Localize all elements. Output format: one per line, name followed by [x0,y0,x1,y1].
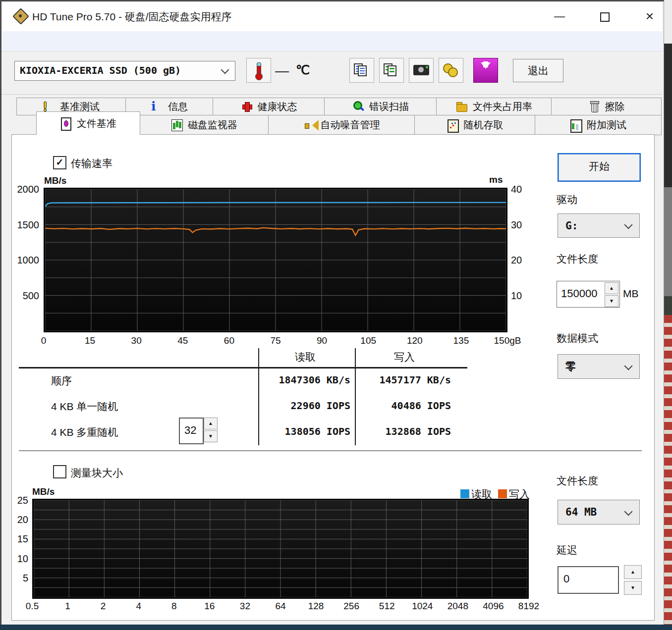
background-window-sliver [664,44,672,187]
x-tick-label: 105 [360,335,376,346]
queue-spin-up-button[interactable]: ▲ [204,418,218,429]
4k-multi-read-value: 138056 IOPS [259,425,350,437]
x-tick-label: 0.5 [26,601,39,612]
row-sequential-label: 顺序 [51,374,72,388]
x-tick-label: 16 [204,601,215,612]
speaker-icon [304,119,316,132]
tab-random-access[interactable]: 随机存取 [414,115,536,135]
row-4k-single-label: 4 KB 单一随机 [51,400,118,414]
file-length-unit: MB [623,288,639,300]
x-tick-label: 30 [131,335,142,346]
background-window-sliver [664,187,672,296]
y-tick-label: 30 [511,219,522,230]
tab-auto-noise[interactable]: 自动噪音管理 [268,115,415,135]
copy-text-button[interactable] [349,58,374,83]
chart2-y-axis: 252015105 [5,500,28,597]
y-tick-label: 25 [17,495,28,506]
x-tick-label: 1 [65,601,70,612]
app-window: HD Tune Pro 5.70 - 硬盘/固态硬盘实用程序 — × 文件(F)… [0,0,664,626]
block-size-chart [32,499,529,599]
x-tick-label: 15 [85,335,95,346]
queue-spin-down-button[interactable]: ▼ [204,430,218,442]
table-header-rule [19,367,467,368]
tab-health[interactable]: 健康状态 [213,98,325,115]
title-bar: HD Tune Pro 5.70 - 硬盘/固态硬盘实用程序 — × [1,1,662,31]
block-size-checkbox[interactable] [53,465,66,478]
x-tick-label: 135 [453,335,469,346]
screenshot-button[interactable] [409,58,434,83]
y-tick-label: 500 [23,290,39,301]
folder-icon [456,100,468,113]
drive-select[interactable]: KIOXIA-EXCERIA SSD (500 gB) [14,61,235,81]
scatter-icon [447,119,459,132]
x-tick-label: 60 [224,335,234,346]
delay-input[interactable]: 0 [558,566,619,594]
queue-depth-input[interactable]: 32 [179,418,204,444]
y-tick-label: 1500 [17,219,40,230]
x-tick-label: 8192 [518,601,539,612]
background-window-sliver [664,315,672,625]
chart1-y-axis: 200015001000500 [8,189,39,331]
tab-disk-monitor[interactable]: 磁盘监视器 [139,115,269,135]
window-title: HD Tune Pro 5.70 - 硬盘/固态硬盘实用程序 [32,10,232,24]
x-tick-label: 512 [379,601,395,612]
copy-image-button[interactable] [379,58,404,83]
delay-spin-down-button[interactable]: ▼ [624,581,642,595]
y-tick-label: 15 [17,533,28,545]
chart1-y2-axis: 40302010 [511,189,536,331]
tab-error-scan[interactable]: 错误扫描 [324,98,437,115]
4k-single-write-value: 40486 IOPS [356,400,451,412]
row-4k-multi-label: 4 KB 多重随机 [51,425,118,439]
menu-bar: 文件(F) 帮助(H) [1,31,662,52]
spin-down-button[interactable]: ▼ [605,295,618,307]
delay-label: 延迟 [557,543,577,557]
info-icon: i [151,100,163,113]
spin-up-button[interactable]: ▲ [605,282,618,294]
x-tick-label: 64 [275,601,285,612]
exit-button[interactable]: 退出 [513,59,563,82]
camera-icon [413,65,429,75]
y-tick-label: 1000 [17,255,40,266]
close-button[interactable]: × [639,7,661,25]
transfer-rate-chart [44,188,507,332]
start-button[interactable]: 开始 [558,153,641,182]
magnifier-icon [352,100,364,113]
tab-erase[interactable]: 擦除 [551,98,662,115]
options-button[interactable] [439,58,463,83]
update-button[interactable] [473,58,498,83]
y-tick-label: 10 [511,290,522,301]
temperature-button[interactable] [246,58,271,83]
tab-folder-usage[interactable]: 文件夹占用率 [436,98,552,115]
background-window-sliver [664,296,672,315]
bottom-edge-strip [0,625,672,630]
temperature-value: — [275,63,289,79]
celsius-unit: ℃ [296,63,310,77]
chevron-down-icon [624,508,633,516]
chart1-y-unit: MB/s [44,175,66,186]
y-tick-label: 40 [511,184,522,195]
chevron-down-icon [624,362,633,370]
maximize-icon [600,12,610,22]
chart1-y2-unit: ms [489,174,503,185]
write-legend-swatch [498,489,507,498]
thermometer-icon [257,62,261,75]
chart2-x-axis: 0.512481632641282565121024204840968192 [32,601,529,614]
y-tick-label: 20 [511,255,522,266]
minimize-button[interactable]: — [549,7,570,25]
data-mode-select[interactable]: 零 [558,354,640,379]
file-length-input[interactable]: 150000 ▲ ▼ [557,281,620,308]
tab-file-benchmark[interactable]: 文件基准 [36,111,140,135]
transfer-rate-checkbox[interactable]: ✓ [53,156,66,169]
file-length2-select[interactable]: 64 MB [558,500,640,525]
write-column-header: 写入 [356,350,453,364]
drive-select-value: KIOXIA-EXCERIA SSD (500 gB) [20,64,181,76]
maximize-button[interactable] [593,7,615,25]
read-column-header: 读取 [259,350,351,364]
x-tick-label: 75 [270,335,280,346]
x-tick-label: 1024 [412,601,433,612]
x-tick-label: 4 [136,601,141,612]
tab-extra-tests[interactable]: 附加测试 [535,115,662,135]
drive-letter-select[interactable]: G: [558,213,640,238]
trash-icon [588,100,600,113]
delay-spin-up-button[interactable]: ▲ [624,565,642,579]
